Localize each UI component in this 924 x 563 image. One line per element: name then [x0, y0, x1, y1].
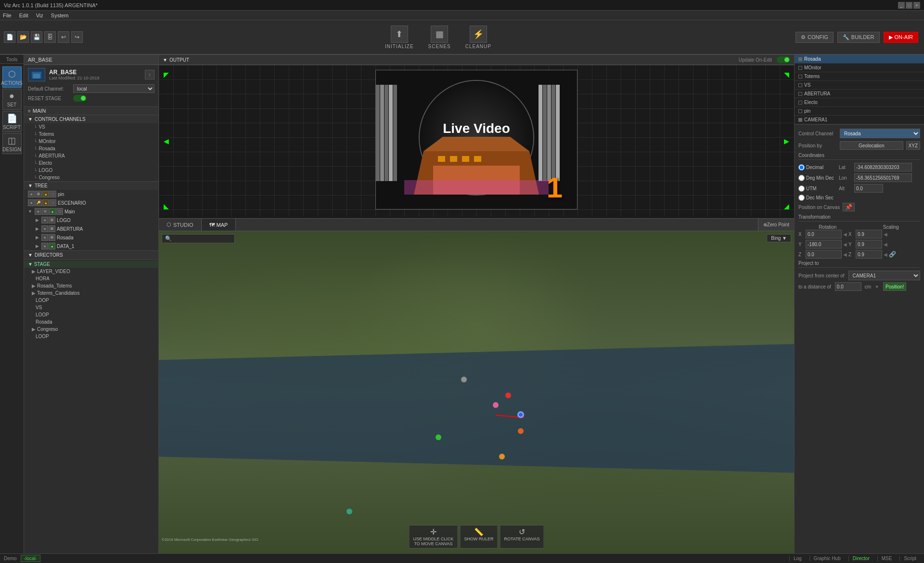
utm-radio-label[interactable]: UTM	[798, 185, 837, 192]
stage-layer-video[interactable]: ▶ LAYER_VIDEO	[24, 268, 158, 275]
map-tab[interactable]: 🗺 MAP	[202, 219, 236, 231]
directors-header[interactable]: ▼ DIRECTORS	[24, 251, 158, 259]
ry-arrow[interactable]: ◀	[843, 242, 847, 247]
set-tool[interactable]: ● SET	[2, 89, 22, 110]
menu-file[interactable]: File	[3, 13, 12, 18]
map-dot-green[interactable]	[436, 434, 441, 440]
menu-viz[interactable]: Viz	[36, 13, 43, 18]
map-dot-teal[interactable]	[346, 509, 352, 514]
sx-arrow[interactable]: ◀	[884, 232, 887, 237]
studio-tab[interactable]: ⬡ STUDIO	[159, 219, 202, 231]
sy-input[interactable]	[856, 240, 882, 249]
actions-tool[interactable]: ⬡ ACTIONS	[2, 66, 22, 88]
map-dot-red[interactable]	[505, 393, 511, 398]
sz-input[interactable]	[856, 250, 882, 259]
ch-abertura[interactable]: ABERTURA	[795, 90, 924, 98]
on-air-btn[interactable]: ▶ ON-AIR	[884, 32, 919, 43]
stage-loop3[interactable]: LOOP	[24, 333, 158, 340]
menu-edit[interactable]: Edit	[19, 13, 28, 18]
lon-input[interactable]	[854, 173, 912, 182]
zero-point-btn[interactable]: ⊕ Zero Point	[758, 219, 794, 231]
tree-node-main[interactable]: ▼ ≡ ⊙ ● ◌ Main	[24, 207, 158, 216]
tree-node-data1[interactable]: ▶ ≡ ● DATA_1	[24, 242, 158, 250]
utm-radio[interactable]	[798, 185, 805, 192]
config-btn[interactable]: ⚙ CONFIG	[796, 32, 834, 43]
map-dot-gray[interactable]	[461, 377, 467, 382]
minimize-btn[interactable]: _	[898, 2, 905, 9]
director-tab[interactable]: Director	[848, 556, 873, 561]
default-channel-select[interactable]: local	[73, 84, 154, 93]
rz-arrow[interactable]: ◀	[843, 252, 847, 257]
pos-canvas-btn[interactable]: 📌	[843, 203, 855, 211]
show-ruler-btn[interactable]: 📏 SHOW RULER	[460, 525, 498, 549]
xyz-btn[interactable]: XYZ	[906, 141, 920, 150]
cc-electo[interactable]: └ Electo	[24, 159, 158, 167]
ch-pin[interactable]: pin	[795, 107, 924, 116]
stage-congreso[interactable]: ▶ Congreso	[24, 326, 158, 333]
reset-stage-toggle[interactable]	[73, 95, 87, 102]
toolbar-redo-btn[interactable]: ↪	[71, 31, 83, 43]
map-search[interactable]: 🔍	[162, 234, 235, 243]
sz-arrow[interactable]: ◀	[884, 252, 887, 257]
stage-loop2[interactable]: LOOP	[24, 311, 158, 318]
decimal-radio-label[interactable]: Decimal	[798, 164, 837, 170]
stage-rosada-totems[interactable]: ▶ Rosada_Totems	[24, 282, 158, 289]
cc-monitor[interactable]: └ MOnitor	[24, 138, 158, 145]
map-dot-pink[interactable]	[493, 402, 499, 408]
initialize-btn[interactable]: ⬆ INITIALIZE	[385, 26, 413, 49]
map-dot-orange2[interactable]	[499, 454, 505, 459]
stage-loop1[interactable]: LOOP	[24, 297, 158, 304]
ch-electo[interactable]: Electo	[795, 98, 924, 107]
geolocation-btn[interactable]: Geolocation	[840, 141, 903, 150]
local-pill[interactable]: -local-	[21, 555, 40, 562]
script-tool[interactable]: 📄 SCRIPT	[2, 111, 22, 132]
lat-input[interactable]	[854, 163, 912, 171]
menu-system[interactable]: System	[51, 13, 69, 18]
graphic-hub-tab[interactable]: Graphic Hub	[809, 556, 845, 561]
rx-input[interactable]	[806, 230, 842, 238]
ry-input[interactable]	[806, 240, 842, 249]
cleanup-btn[interactable]: ⚡ CLEANUP	[465, 26, 491, 49]
position-btn[interactable]: Position!	[883, 282, 906, 291]
scenes-btn[interactable]: ▦ SCENES	[428, 26, 451, 49]
tree-node-logo[interactable]: ▶ ≡ ⊞ LOGO	[24, 216, 158, 224]
tree-node-abertura[interactable]: ▶ ≡ ⊞ ABERTURA	[24, 224, 158, 233]
control-channel-prop-select[interactable]: Rosada	[840, 129, 920, 138]
tree-header[interactable]: ▼ TREE	[24, 182, 158, 190]
stage-rosada-dir[interactable]: Rosada	[24, 318, 158, 326]
toolbar-save-btn[interactable]: 💾	[31, 31, 42, 43]
toolbar-new-btn[interactable]: 📄	[4, 31, 15, 43]
cc-congreso[interactable]: └ Congreso	[24, 174, 158, 181]
builder-btn[interactable]: 🔧 BUILDER	[837, 32, 880, 43]
stage-totems-candidatos[interactable]: ▶ Totems_Candidatos	[24, 289, 158, 297]
cc-totems[interactable]: └ Totems	[24, 131, 158, 138]
map-source-selector[interactable]: Bing ▼	[767, 234, 791, 242]
move-canvas-btn[interactable]: ✛ USE MIDDLE CLICKTO MOVE CANVAS	[409, 525, 458, 549]
map-dot-blue[interactable]	[517, 411, 524, 418]
script-tab[interactable]: Script	[899, 556, 920, 561]
sx-input[interactable]	[856, 230, 882, 238]
cc-logo[interactable]: └ LOGO	[24, 167, 158, 174]
stage-vs[interactable]: VS	[24, 304, 158, 311]
close-btn[interactable]: ×	[913, 2, 920, 9]
project-from-select[interactable]: CAMERA1	[848, 271, 920, 280]
ar-base-tab[interactable]: AR_BASE	[24, 55, 158, 65]
tree-node-escenario[interactable]: ≡ 🔑 ● ◌ ESCENARIO	[24, 198, 158, 207]
deg-min-dec-radio-label[interactable]: Deg Min Dec	[798, 175, 837, 181]
design-tool[interactable]: ◫ DESIGN	[2, 133, 22, 154]
stage-hora[interactable]: HORA	[24, 275, 158, 282]
mse-tab[interactable]: MSE	[877, 556, 896, 561]
toolbar-undo-btn[interactable]: ↩	[58, 31, 69, 43]
main-section[interactable]: ≡ MAIN	[24, 107, 158, 115]
dec-min-sec-radio[interactable]	[798, 195, 805, 201]
cc-abertura[interactable]: └ ABERTURA	[24, 152, 158, 159]
ch-camera1[interactable]: CAMERA1	[795, 116, 924, 124]
dec-min-sec-radio-label[interactable]: Dec Min Sec	[798, 195, 837, 201]
map-search-input[interactable]	[174, 236, 231, 241]
rx-arrow[interactable]: ◀	[843, 232, 847, 237]
window-controls[interactable]: _ □ ×	[898, 2, 920, 9]
alt-input[interactable]	[854, 184, 883, 193]
upload-btn[interactable]: ↑	[145, 70, 154, 79]
cc-vs[interactable]: └ VS	[24, 123, 158, 131]
ch-monitor[interactable]: MOnitor	[795, 64, 924, 72]
